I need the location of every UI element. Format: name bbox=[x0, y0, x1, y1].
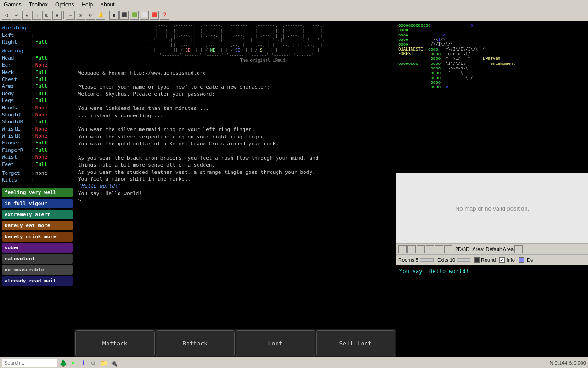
game-line: ... instantly connecting ... bbox=[78, 112, 392, 119]
btn-feeling[interactable]: feeling very well bbox=[2, 188, 73, 197]
toolbar-btn-14[interactable]: ⬜ bbox=[140, 11, 149, 20]
equipment-row: Feet : Full bbox=[2, 161, 73, 168]
menu-about[interactable]: About bbox=[98, 1, 116, 8]
toolbar-btn-1[interactable]: ◁ bbox=[2, 11, 11, 20]
equipment-row: Arms : Full bbox=[2, 83, 73, 90]
toolbar-btn-7[interactable]: ⇒ bbox=[66, 11, 75, 20]
rooms-stat: Rooms 5 bbox=[398, 257, 434, 263]
menu-help[interactable]: Help bbox=[79, 1, 95, 8]
ids-color bbox=[519, 257, 524, 263]
ascii-map-display: ooooooooooooo o oooo oooo o oooo /\I/\ o… bbox=[396, 21, 588, 173]
map-ctrl-right[interactable]: ▶ bbox=[426, 245, 434, 253]
toolbar: ◁ ↩ ★ ☆ ⊞ ▣ ⇒ ✉ ⚙ 🔔 ◼ ⬛ 🟩 ⬜ 🟥 ❓ bbox=[0, 9, 588, 21]
btn-alert[interactable]: extremely alert bbox=[2, 210, 73, 219]
game-line: You wear the silver mermaid ring on your… bbox=[78, 126, 392, 133]
toolbar-btn-11[interactable]: ◼ bbox=[109, 11, 119, 20]
kills-row: Kills : bbox=[2, 177, 73, 184]
btn-sober[interactable]: sober bbox=[2, 243, 73, 253]
target-val: none bbox=[35, 170, 48, 177]
menu-options[interactable]: Options bbox=[53, 1, 76, 8]
game-line: As you wear the studded leather vest, a … bbox=[78, 169, 392, 176]
map-ctrl-left[interactable]: ◀ bbox=[398, 245, 407, 253]
right-row: Right : Full bbox=[2, 39, 73, 46]
game-output[interactable]: .---. .-------. .-------. .-------. .---… bbox=[74, 21, 396, 329]
equipment-row: ShouldL : None bbox=[2, 111, 73, 118]
left-label: Left bbox=[2, 32, 30, 39]
toolbar-btn-16[interactable]: ❓ bbox=[160, 11, 169, 20]
map-ctrl-minus[interactable]: - bbox=[444, 245, 452, 253]
right-label: Right bbox=[2, 39, 30, 46]
btn-vigour[interactable]: in full vigour bbox=[2, 199, 73, 208]
action-btn-sell loot[interactable]: Sell Loot bbox=[316, 330, 396, 356]
toolbar-btn-10[interactable]: 🔔 bbox=[96, 11, 105, 20]
map-ctrl-plus[interactable]: + bbox=[435, 245, 443, 253]
btn-measurable[interactable]: no measurable bbox=[2, 265, 73, 275]
toolbar-btn-5[interactable]: ⊞ bbox=[42, 11, 51, 20]
info-stat: ✓ Info bbox=[499, 257, 514, 263]
bottom-bar: 🌲 ▼ ℹ ⚙ 📁 🔌 N:0.144 S:0.000 bbox=[0, 357, 588, 368]
equipment-row: Chest : Full bbox=[2, 76, 73, 83]
toolbar-btn-12[interactable]: ⬛ bbox=[119, 11, 129, 20]
equipment-row: Body : Full bbox=[2, 90, 73, 97]
map-ctrl-down[interactable]: ▼ bbox=[407, 245, 416, 253]
bottom-icon-folder[interactable]: 📁 bbox=[99, 359, 107, 367]
btn-eat[interactable]: barely eat more bbox=[2, 221, 73, 230]
game-lines: Webpage & Forum: http://www.genesismud.o… bbox=[78, 69, 392, 204]
bottom-icon-down[interactable]: ▼ bbox=[69, 359, 77, 367]
action-btn-loot[interactable]: Loot bbox=[236, 330, 315, 356]
toolbar-btn-9[interactable]: ⚙ bbox=[86, 11, 95, 20]
search-input[interactable] bbox=[2, 359, 57, 367]
right-val: Full bbox=[35, 39, 48, 46]
toolbar-btn-6[interactable]: ▣ bbox=[52, 11, 62, 20]
btn-malevolent[interactable]: malevolent bbox=[2, 254, 73, 264]
game-line: You feel a minor shift in the market. bbox=[78, 176, 392, 183]
toolbar-btn-2[interactable]: ↩ bbox=[12, 11, 21, 20]
toolbar-btn-15[interactable]: 🟥 bbox=[150, 11, 159, 20]
equipment-row: Neck : Full bbox=[2, 69, 73, 76]
map-controls: ◀ ▼ ▲ ▶ + - 2D/3D Area: Default Area □ bbox=[396, 244, 588, 255]
bottom-icon-tree[interactable]: 🌲 bbox=[59, 359, 67, 367]
game-line bbox=[78, 147, 392, 154]
game-line: You wear the gold collar of a Knight Gra… bbox=[78, 140, 392, 147]
main-layout: Wielding Left : ~~~~ Right : Full Wearin… bbox=[0, 21, 588, 357]
target-label: Target bbox=[2, 170, 30, 177]
rooms-bar bbox=[420, 258, 434, 262]
game-line: Welcome, Skythus. Please enter your pass… bbox=[78, 91, 392, 98]
action-btn-mattack[interactable]: Mattack bbox=[75, 330, 155, 356]
chat-text: You say: Hello world! bbox=[399, 268, 469, 275]
map-ctrl-extra[interactable]: □ bbox=[514, 245, 523, 253]
action-btn-battack[interactable]: Battack bbox=[156, 330, 235, 356]
map-area-label: Area: Default Area bbox=[472, 247, 514, 252]
toolbar-btn-4[interactable]: ☆ bbox=[32, 11, 41, 20]
wearing-title: Wearing bbox=[2, 48, 73, 54]
action-buttons: MattackBattackLootSell Loot bbox=[74, 329, 396, 357]
info-checkbox[interactable]: ✓ bbox=[499, 257, 505, 263]
equipment-row: Head : Full bbox=[2, 55, 73, 62]
toolbar-sep-2 bbox=[107, 11, 107, 19]
toolbar-btn-8[interactable]: ✉ bbox=[76, 11, 85, 20]
toolbar-btn-13[interactable]: 🟩 bbox=[130, 11, 139, 20]
equipment-row: Hands : None bbox=[2, 104, 73, 111]
btn-mail[interactable]: already read mail bbox=[2, 276, 73, 286]
chat-area[interactable]: You say: Hello world! bbox=[396, 265, 588, 357]
equipment-row: Waist : None bbox=[2, 154, 73, 161]
bottom-icon-info[interactable]: ℹ bbox=[79, 359, 87, 367]
equipment-row: Ear : None bbox=[2, 62, 73, 69]
map-ctrl-up[interactable]: ▲ bbox=[417, 245, 425, 253]
equipment-row: FingerL : Full bbox=[2, 139, 73, 146]
bottom-icon-connect[interactable]: 🔌 bbox=[109, 359, 118, 367]
game-line: Webpage & Forum: http://www.genesismud.o… bbox=[78, 69, 392, 76]
bottom-icon-settings[interactable]: ⚙ bbox=[89, 359, 97, 367]
map-stats: Rooms 5 Exits 10 Round ✓ Info bbox=[396, 255, 588, 265]
right-area: ooooooooooooo o oooo oooo o oooo /\I/\ o… bbox=[396, 21, 588, 357]
equipment-row: WristL : None bbox=[2, 126, 73, 132]
menu-games[interactable]: Games bbox=[2, 1, 23, 8]
exits-stat: Exits 10 bbox=[437, 257, 470, 263]
round-stat: Round bbox=[474, 257, 496, 263]
equipment-row: WristR : None bbox=[2, 132, 73, 139]
menu-toolbox[interactable]: Toolbox bbox=[27, 1, 50, 8]
game-line: Please enter your name or type 'new' to … bbox=[78, 84, 392, 91]
toolbar-btn-3[interactable]: ★ bbox=[22, 11, 31, 20]
btn-drink[interactable]: barely drink more bbox=[2, 232, 73, 242]
no-map-display: No map or no valid position. bbox=[396, 173, 588, 244]
